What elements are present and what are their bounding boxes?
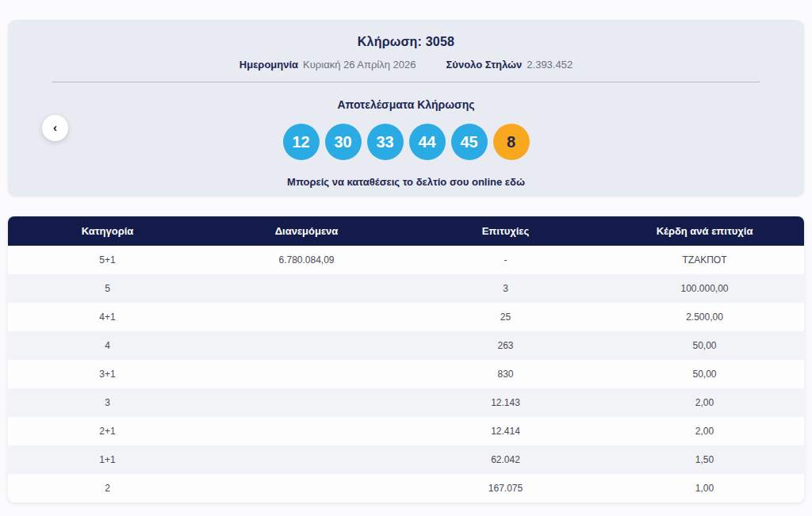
cell-category: 4 — [8, 340, 207, 351]
cell-category: 2 — [8, 483, 207, 494]
cell-winners: 62.042 — [406, 454, 605, 465]
cell-category: 3+1 — [8, 369, 207, 380]
cell-category: 3 — [8, 397, 207, 408]
cell-prize: 2.500,00 — [605, 312, 804, 323]
table-row: 1+1 62.042 1,50 — [8, 445, 804, 474]
total-columns-value: 2.393.452 — [527, 59, 573, 71]
table-row: 2+1 12.414 2,00 — [8, 417, 804, 445]
column-header-distributed: Διανεμόμενα — [207, 225, 406, 237]
cell-category: 5 — [8, 283, 207, 294]
draw-date: Ημερομηνία Κυριακή 26 Απρίλη 2026 — [239, 59, 416, 71]
cell-winners: 12.414 — [406, 426, 605, 437]
draw-date-value: Κυριακή 26 Απρίλη 2026 — [303, 59, 416, 71]
deposit-line: Μπορείς να καταθέσεις το δελτίο σου onli… — [8, 176, 804, 188]
cell-category: 1+1 — [8, 454, 207, 465]
ball-number: 12 — [283, 124, 320, 160]
deposit-here-link[interactable]: εδώ — [505, 176, 525, 188]
table-header-row: Κατηγορία Διανεμόμενα Επιτυχίες Κέρδη αν… — [8, 216, 804, 246]
column-header-category: Κατηγορία — [8, 225, 207, 237]
cell-category: 4+1 — [8, 312, 207, 323]
cell-prize: 1,00 — [605, 483, 804, 494]
cell-winners: 25 — [406, 312, 605, 323]
drawn-numbers-row: 12 30 33 44 45 8 — [8, 124, 804, 160]
results-title: Αποτελέσματα Κλήρωσης — [8, 98, 804, 111]
ball-number: 45 — [451, 124, 488, 160]
draw-date-label: Ημερομηνία — [239, 59, 298, 71]
cell-prize: ΤΖΑΚΠΟΤ — [605, 254, 804, 266]
ball-number: 33 — [367, 124, 404, 160]
cell-prize: 2,00 — [605, 397, 804, 408]
table-row: 4 263 50,00 — [8, 331, 804, 360]
table-body: 5+1 6.780.084,09 - ΤΖΑΚΠΟΤ 5 3 100.000,0… — [8, 246, 804, 503]
card-divider — [52, 82, 760, 82]
table-row: 5 3 100.000,00 — [8, 274, 804, 303]
ball-number: 44 — [409, 124, 446, 160]
previous-draw-button[interactable]: ‹ — [42, 115, 68, 141]
cell-prize: 1,50 — [605, 454, 804, 465]
cell-prize: 100.000,00 — [605, 283, 804, 294]
draw-meta: Ημερομηνία Κυριακή 26 Απρίλη 2026 Σύνολο… — [8, 59, 804, 71]
table-row: 3 12.143 2,00 — [8, 388, 804, 417]
cell-winners: 263 — [406, 340, 605, 351]
table-row: 2 167.075 1,00 — [8, 474, 804, 503]
cell-prize: 50,00 — [605, 369, 804, 380]
total-columns-label: Σύνολο Στηλών — [446, 59, 523, 71]
total-columns: Σύνολο Στηλών 2.393.452 — [446, 59, 573, 71]
cell-winners: 12.143 — [406, 397, 605, 408]
cell-winners: 167.075 — [406, 483, 605, 494]
cell-category: 2+1 — [8, 426, 207, 437]
table-row: 4+1 25 2.500,00 — [8, 303, 804, 331]
cell-winners: 830 — [406, 369, 605, 380]
chevron-left-icon: ‹ — [53, 120, 57, 134]
column-header-winners: Επιτυχίες — [406, 225, 605, 237]
cell-distributed: 6.780.084,09 — [207, 254, 406, 266]
ball-number: 30 — [325, 124, 362, 160]
deposit-text: Μπορείς να καταθέσεις το δελτίο σου onli… — [287, 176, 502, 188]
cell-prize: 50,00 — [605, 340, 804, 351]
cell-category: 5+1 — [8, 254, 207, 266]
table-row: 3+1 830 50,00 — [8, 360, 804, 388]
draw-results-card: Κλήρωση: 3058 Ημερομηνία Κυριακή 26 Απρί… — [8, 20, 804, 197]
ball-joker: 8 — [493, 124, 530, 160]
cell-winners: - — [406, 254, 605, 266]
cell-winners: 3 — [406, 283, 605, 294]
draw-title: Κλήρωση: 3058 — [8, 35, 804, 49]
prize-table: Κατηγορία Διανεμόμενα Επιτυχίες Κέρδη αν… — [8, 216, 804, 503]
cell-prize: 2,00 — [605, 426, 804, 437]
table-row: 5+1 6.780.084,09 - ΤΖΑΚΠΟΤ — [8, 246, 804, 274]
column-header-prize: Κέρδη ανά επιτυχία — [605, 225, 804, 237]
